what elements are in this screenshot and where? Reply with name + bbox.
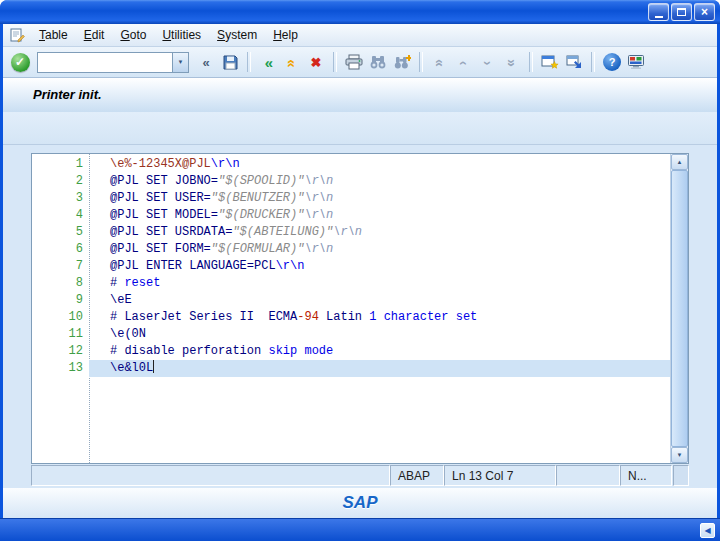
save-icon <box>222 54 239 71</box>
minimize-icon <box>655 16 663 18</box>
editor-line[interactable]: 11\e(0N <box>32 326 670 343</box>
line-number: 8 <box>32 275 89 292</box>
code-text: @PJL SET JOBNO="$(SPOOLID)"\r\n <box>89 173 670 190</box>
maximize-icon <box>677 8 686 16</box>
editor-line[interactable]: 6@PJL SET FORM="$(FORMULAR)"\r\n <box>32 241 670 258</box>
help-button[interactable]: ? <box>601 51 623 73</box>
maximize-button[interactable] <box>671 3 692 21</box>
line-number: 13 <box>32 360 89 377</box>
save-button[interactable] <box>219 51 241 73</box>
menu-goto[interactable]: Goto <box>112 25 154 45</box>
previous-page-button[interactable]: ‹ <box>453 51 475 73</box>
scroll-up-icon: ▲ <box>677 159 683 165</box>
editor-statusbar: ABAP Ln 13 Col 7 N... <box>31 465 689 486</box>
menu-help[interactable]: Help <box>265 25 306 45</box>
editor-line[interactable]: 5@PJL SET USRDATA="$(ABTEILUNG)"\r\n <box>32 224 670 241</box>
code-text: @PJL SET USRDATA="$(ABTEILUNG)"\r\n <box>89 224 670 241</box>
previous-page-icon: ‹ <box>457 61 471 64</box>
command-field[interactable] <box>38 53 172 72</box>
code-text: \e&l0L <box>89 360 670 377</box>
next-page-icon: › <box>481 61 495 64</box>
minimize-button[interactable] <box>648 3 669 21</box>
editor-line[interactable]: 8# reset <box>32 275 670 292</box>
cancel-icon: ✖ <box>311 56 322 69</box>
resize-grip[interactable] <box>673 465 689 486</box>
window-controls: × <box>648 3 715 21</box>
expand-left-icon: ◀ <box>704 526 710 535</box>
page-title: Printer init. <box>3 78 717 102</box>
code-text: # disable perforation skip mode <box>89 343 670 360</box>
last-page-icon: » <box>505 59 519 65</box>
create-shortcut-button[interactable] <box>563 51 585 73</box>
editor-line[interactable]: 2@PJL SET JOBNO="$(SPOOLID)"\r\n <box>32 173 670 190</box>
command-dropdown-button[interactable]: ▼ <box>172 53 188 72</box>
close-button[interactable]: × <box>694 3 715 21</box>
help-icon: ? <box>603 53 621 71</box>
cancel-button[interactable]: ✖ <box>305 51 327 73</box>
collapse-command-button[interactable]: « <box>195 51 217 73</box>
code-text: @PJL ENTER LANGUAGE=PCL\r\n <box>89 258 670 275</box>
status-empty-cell <box>556 465 620 486</box>
first-page-icon: « <box>433 59 447 65</box>
editor-scrollbar[interactable]: ▲ ▼ <box>670 154 688 463</box>
line-number: 7 <box>32 258 89 275</box>
status-position-cell: Ln 13 Col 7 <box>444 465 556 486</box>
editor-line[interactable]: 13\e&l0L <box>32 360 670 377</box>
exit-icon: « <box>285 59 300 65</box>
statusbar-expand-button[interactable]: ◀ <box>700 523 715 538</box>
editor-line[interactable]: 10# LaserJet Series II ECMA-94 Latin 1 c… <box>32 309 670 326</box>
menu-system[interactable]: System <box>209 25 265 45</box>
editor-line[interactable]: 7@PJL ENTER LANGUAGE=PCL\r\n <box>32 258 670 275</box>
code-text: # reset <box>89 275 670 292</box>
code-text: # LaserJet Series II ECMA-94 Latin 1 cha… <box>89 309 670 326</box>
enter-button[interactable]: ✓ <box>9 51 31 73</box>
text-editor[interactable]: 1\e%-12345X@PJL\r\n2@PJL SET JOBNO="$(SP… <box>31 153 689 464</box>
screen-header: Printer init. <box>3 78 717 112</box>
footer-strip: SAP <box>3 488 717 518</box>
scroll-down-icon: ▼ <box>677 452 683 458</box>
shortcut-icon <box>565 54 583 70</box>
text-caret <box>153 360 154 373</box>
menu-edit[interactable]: Edit <box>76 25 113 45</box>
menubar: Table Edit Goto Utilities System Help <box>3 24 717 47</box>
code-text: @PJL SET MODEL="$(DRUCKER)"\r\n <box>89 207 670 224</box>
line-number: 5 <box>32 224 89 241</box>
titlebar[interactable]: × <box>0 0 720 24</box>
print-icon <box>345 54 363 70</box>
print-button[interactable] <box>343 51 365 73</box>
find-icon <box>369 54 387 70</box>
toolbar-separator <box>333 52 337 72</box>
editor-line[interactable]: 9\eE <box>32 292 670 309</box>
line-number: 10 <box>32 309 89 326</box>
document-edit-icon <box>9 27 27 43</box>
check-icon: ✓ <box>11 53 30 72</box>
last-page-button[interactable]: » <box>501 51 523 73</box>
first-page-button[interactable]: « <box>429 51 451 73</box>
dropdown-icon: ▼ <box>178 59 184 65</box>
line-number: 9 <box>32 292 89 309</box>
new-session-icon <box>541 54 559 70</box>
editor-line[interactable]: 3@PJL SET USER="$(BENUTZER)"\r\n <box>32 190 670 207</box>
scroll-up-button[interactable]: ▲ <box>671 154 688 170</box>
scrollbar-thumb[interactable] <box>671 170 688 447</box>
back-button[interactable]: « <box>257 51 279 73</box>
next-page-button[interactable]: › <box>477 51 499 73</box>
find-button[interactable] <box>367 51 389 73</box>
editor-line[interactable]: 4@PJL SET MODEL="$(DRUCKER)"\r\n <box>32 207 670 224</box>
status-mode-cell: N... <box>620 465 672 486</box>
menu-utilities[interactable]: Utilities <box>154 25 209 45</box>
menu-table[interactable]: Table <box>31 25 76 45</box>
customize-layout-button[interactable] <box>625 51 647 73</box>
editor-line[interactable]: 1\e%-12345X@PJL\r\n <box>32 156 670 173</box>
scrollbar-track[interactable] <box>671 170 688 447</box>
code-text: \eE <box>89 292 670 309</box>
new-session-button[interactable] <box>539 51 561 73</box>
toolbar-separator <box>529 52 533 72</box>
editor-line[interactable]: 12# disable perforation skip mode <box>32 343 670 360</box>
exit-button[interactable]: « <box>281 51 303 73</box>
find-next-button[interactable] <box>391 51 413 73</box>
scroll-down-button[interactable]: ▼ <box>671 447 688 463</box>
toolbar-separator <box>419 52 423 72</box>
bottom-statusbar: ◀ <box>0 518 720 541</box>
back-icon: « <box>265 55 271 70</box>
